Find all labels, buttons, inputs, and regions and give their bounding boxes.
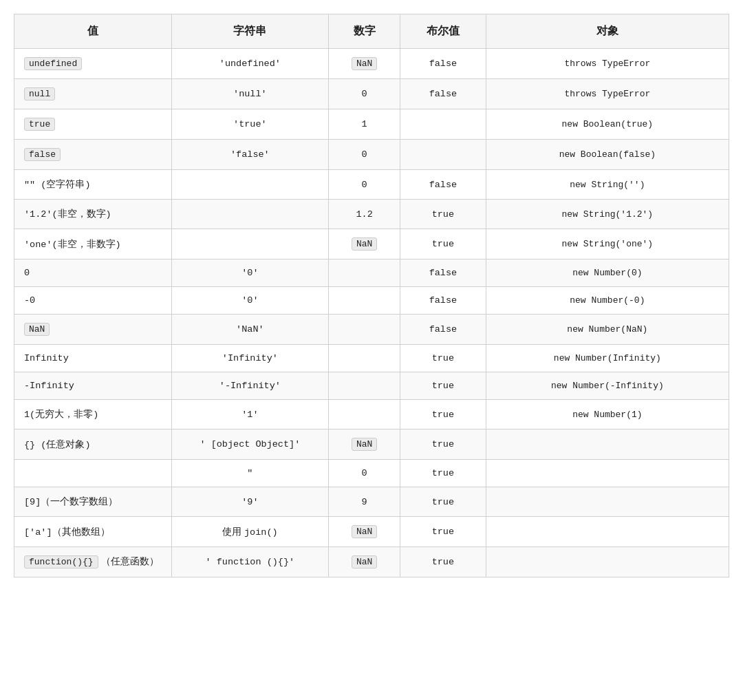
cell-string bbox=[171, 170, 329, 200]
cell-bool: true bbox=[400, 200, 486, 229]
cell-number bbox=[329, 287, 400, 315]
cell-string: 'undefined' bbox=[171, 49, 329, 79]
cell-value: NaN bbox=[14, 315, 172, 345]
cell-bool: true bbox=[400, 487, 486, 517]
cell-string: '-Infinity' bbox=[171, 372, 329, 400]
cell-string: '1' bbox=[171, 400, 329, 429]
cell-value: false bbox=[14, 140, 172, 170]
cell-bool: false bbox=[400, 259, 486, 287]
cell-string: '9' bbox=[171, 487, 329, 517]
cell-object: new String('one') bbox=[486, 229, 729, 259]
cell-value: function(){} （任意函数） bbox=[14, 547, 172, 577]
cell-value: '1.2'(非空，数字) bbox=[14, 200, 172, 229]
cell-string: 'Infinity' bbox=[171, 345, 329, 372]
cell-bool: true bbox=[400, 345, 486, 372]
cell-string bbox=[171, 200, 329, 229]
table-row: '1.2'(非空，数字)1.2truenew String('1.2') bbox=[14, 200, 729, 229]
cell-bool: true bbox=[400, 372, 486, 400]
cell-object: throws TypeError bbox=[486, 49, 729, 79]
table-row: -0'0'falsenew Number(-0) bbox=[14, 287, 729, 315]
header-number: 数字 bbox=[329, 14, 400, 49]
cell-number: NaN bbox=[329, 517, 400, 547]
cell-number bbox=[329, 259, 400, 287]
cell-bool: false bbox=[400, 170, 486, 200]
cell-bool bbox=[400, 109, 486, 140]
table-row: true'true'1new Boolean(true) bbox=[14, 109, 729, 140]
table-row: [9]（一个数字数组）'9'9true bbox=[14, 487, 729, 517]
cell-string: '0' bbox=[171, 259, 329, 287]
cell-string: '0' bbox=[171, 287, 329, 315]
cell-string bbox=[171, 229, 329, 259]
table-row: -Infinity'-Infinity'truenew Number(-Infi… bbox=[14, 372, 729, 400]
cell-object: new String('1.2') bbox=[486, 200, 729, 229]
cell-object bbox=[486, 517, 729, 547]
cell-string: 'NaN' bbox=[171, 315, 329, 345]
cell-value: undefined bbox=[14, 49, 172, 79]
table-row: ['a']（其他数组）使用 join()NaNtrue bbox=[14, 517, 729, 547]
type-conversion-table: 值 字符串 数字 布尔值 对象 undefined'undefined'NaNf… bbox=[14, 14, 729, 577]
cell-number bbox=[329, 315, 400, 345]
cell-value: -Infinity bbox=[14, 372, 172, 400]
cell-bool: true bbox=[400, 517, 486, 547]
cell-number: 0 bbox=[329, 140, 400, 170]
cell-bool: true bbox=[400, 229, 486, 259]
cell-number bbox=[329, 372, 400, 400]
cell-value: "" (空字符串) bbox=[14, 170, 172, 200]
cell-value: {} (任意对象) bbox=[14, 429, 172, 460]
cell-value: ['a']（其他数组） bbox=[14, 517, 172, 547]
cell-bool bbox=[400, 140, 486, 170]
cell-value: 0 bbox=[14, 259, 172, 287]
cell-object: new Number(Infinity) bbox=[486, 345, 729, 372]
cell-string: 使用 join() bbox=[171, 517, 329, 547]
table-row: null'null'0falsethrows TypeError bbox=[14, 79, 729, 109]
cell-object bbox=[486, 487, 729, 517]
cell-value: null bbox=[14, 79, 172, 109]
cell-bool: true bbox=[400, 400, 486, 429]
table-row: false'false'0new Boolean(false) bbox=[14, 140, 729, 170]
table-row: "0true bbox=[14, 460, 729, 487]
cell-number: NaN bbox=[329, 429, 400, 460]
cell-number: NaN bbox=[329, 49, 400, 79]
table-row: "" (空字符串)0falsenew String('') bbox=[14, 170, 729, 200]
cell-bool: true bbox=[400, 429, 486, 460]
cell-object: new String('') bbox=[486, 170, 729, 200]
cell-value: 1(无穷大，非零) bbox=[14, 400, 172, 429]
cell-number bbox=[329, 400, 400, 429]
header-bool: 布尔值 bbox=[400, 14, 486, 49]
cell-number: NaN bbox=[329, 547, 400, 577]
cell-object bbox=[486, 460, 729, 487]
cell-object bbox=[486, 429, 729, 460]
cell-object bbox=[486, 547, 729, 577]
cell-value: true bbox=[14, 109, 172, 140]
cell-value bbox=[14, 460, 172, 487]
table-row: 0'0'falsenew Number(0) bbox=[14, 259, 729, 287]
header-object: 对象 bbox=[486, 14, 729, 49]
cell-value: -0 bbox=[14, 287, 172, 315]
cell-object: new Number(1) bbox=[486, 400, 729, 429]
cell-string: ' [object Object]' bbox=[171, 429, 329, 460]
cell-string: " bbox=[171, 460, 329, 487]
table-row: Infinity'Infinity'truenew Number(Infinit… bbox=[14, 345, 729, 372]
table-row: {} (任意对象)' [object Object]'NaNtrue bbox=[14, 429, 729, 460]
header-value: 值 bbox=[14, 14, 172, 49]
cell-object: new Number(-0) bbox=[486, 287, 729, 315]
cell-bool: true bbox=[400, 547, 486, 577]
cell-object: throws TypeError bbox=[486, 79, 729, 109]
cell-value: Infinity bbox=[14, 345, 172, 372]
cell-string: 'null' bbox=[171, 79, 329, 109]
cell-number: 0 bbox=[329, 79, 400, 109]
cell-number: 1.2 bbox=[329, 200, 400, 229]
cell-bool: true bbox=[400, 460, 486, 487]
cell-number bbox=[329, 345, 400, 372]
cell-bool: false bbox=[400, 315, 486, 345]
cell-string: 'false' bbox=[171, 140, 329, 170]
cell-string: 'true' bbox=[171, 109, 329, 140]
cell-number: 9 bbox=[329, 487, 400, 517]
cell-number: 0 bbox=[329, 170, 400, 200]
cell-bool: false bbox=[400, 287, 486, 315]
cell-number: 0 bbox=[329, 460, 400, 487]
cell-bool: false bbox=[400, 79, 486, 109]
cell-object: new Number(NaN) bbox=[486, 315, 729, 345]
cell-value: 'one'(非空，非数字) bbox=[14, 229, 172, 259]
cell-object: new Number(-Infinity) bbox=[486, 372, 729, 400]
